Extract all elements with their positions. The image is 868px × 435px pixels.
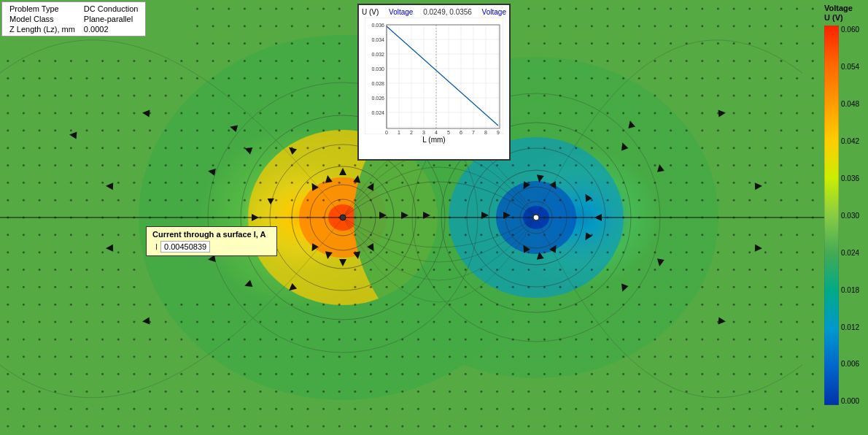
svg-text:0.034: 0.034: [371, 37, 384, 42]
cb-label-7: 0.018: [841, 286, 859, 294]
svg-text:0.032: 0.032: [371, 52, 384, 57]
current-table: I 0.00450839: [152, 241, 210, 253]
current-box-title: Current through a surface I, A: [152, 230, 271, 239]
colorbar-content: 0.060 0.054 0.048 0.042 0.036 0.030 0.02…: [824, 26, 859, 405]
plot-svg: 0.036 0.034 0.032 0.030 0.028 0.026 0.02…: [365, 18, 503, 134]
plot-coords: 0.0249, 0.0356: [423, 8, 472, 16]
svg-point-23: [533, 215, 539, 220]
current-row: I 0.00450839: [152, 242, 210, 253]
svg-rect-72: [365, 18, 503, 134]
current-value: 0.00450839: [161, 242, 210, 253]
plot-title-voltage2: Voltage: [482, 8, 506, 16]
info-row-problem-type: Problem Type DC Conduction: [5, 4, 142, 14]
plot-area: 0.036 0.034 0.032 0.030 0.028 0.026 0.02…: [365, 18, 503, 134]
info-panel: Problem Type DC Conduction Model Class P…: [1, 1, 146, 36]
svg-text:3: 3: [422, 130, 425, 134]
svg-text:0.024: 0.024: [371, 110, 384, 115]
svg-text:9: 9: [497, 130, 500, 134]
cb-label-6: 0.024: [841, 249, 859, 257]
cb-label-0: 0.060: [841, 26, 859, 34]
svg-text:0.028: 0.028: [371, 81, 384, 86]
info-row-model-class: Model Class Plane-parallel: [5, 14, 142, 24]
plot-xlabel: L (mm): [362, 136, 506, 144]
svg-text:6: 6: [460, 130, 462, 134]
current-info-box: Current through a surface I, A I 0.00450…: [146, 226, 277, 256]
plot-title-row: U (V) Voltage 0.0249, 0.0356 Voltage: [362, 8, 506, 16]
info-table: Problem Type DC Conduction Model Class P…: [5, 4, 142, 34]
svg-text:1: 1: [398, 130, 400, 134]
svg-text:0.036: 0.036: [371, 23, 384, 28]
current-label: I: [152, 242, 161, 253]
svg-text:4: 4: [435, 130, 438, 134]
svg-rect-111: [824, 26, 839, 405]
info-value-zlength: 0.0002: [80, 24, 143, 34]
cb-label-3: 0.042: [841, 137, 859, 145]
cb-label-8: 0.012: [841, 323, 859, 331]
svg-text:2: 2: [410, 130, 413, 134]
svg-text:0.026: 0.026: [371, 96, 384, 101]
plot-title-voltage: Voltage: [389, 8, 413, 16]
svg-point-22: [340, 215, 346, 220]
svg-text:8: 8: [484, 130, 487, 134]
cb-label-5: 0.030: [841, 212, 859, 220]
cb-label-10: 0.000: [841, 397, 859, 405]
info-label-model-class: Model Class: [5, 14, 80, 24]
plot-ylabel: U (V): [362, 8, 379, 16]
svg-text:7: 7: [472, 130, 475, 134]
info-label-zlength: Z Length (Lz), mm: [5, 24, 80, 34]
svg-text:5: 5: [447, 130, 450, 134]
svg-text:0.030: 0.030: [371, 66, 384, 72]
plot-window: U (V) Voltage 0.0249, 0.0356 Voltage: [357, 4, 511, 161]
main-container: // Will be generated via JS below Proble…: [0, 0, 868, 435]
info-value-problem-type: DC Conduction: [80, 4, 143, 14]
colorbar-title: VoltageU (V): [824, 4, 853, 23]
colorbar-gradient-svg: [824, 26, 839, 405]
cb-label-4: 0.036: [841, 174, 859, 182]
info-label-problem-type: Problem Type: [5, 4, 80, 14]
colorbar-labels: 0.060 0.054 0.048 0.042 0.036 0.030 0.02…: [841, 26, 859, 405]
colorbar: VoltageU (V): [824, 4, 864, 427]
cb-label-2: 0.048: [841, 100, 859, 108]
info-value-model-class: Plane-parallel: [80, 14, 143, 24]
cb-label-1: 0.054: [841, 63, 859, 71]
info-row-zlength: Z Length (Lz), mm 0.0002: [5, 24, 142, 34]
cb-label-9: 0.006: [841, 360, 859, 368]
svg-text:0: 0: [385, 130, 388, 134]
